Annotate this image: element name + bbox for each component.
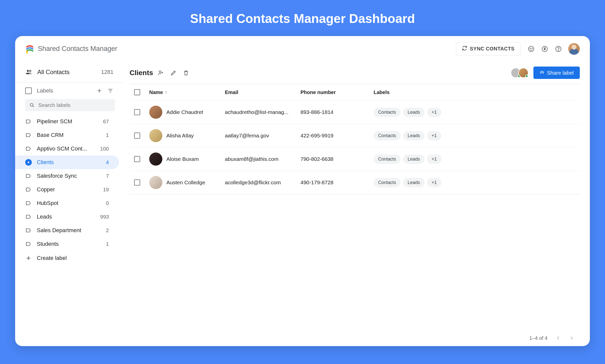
search-icon xyxy=(29,102,35,108)
label-count: 2 xyxy=(106,227,109,233)
label-name: Apptivo SCM Cont... xyxy=(37,145,95,152)
contact-email: acolledge3d@flickr.com xyxy=(225,179,300,186)
label-chip[interactable]: Contacts xyxy=(374,108,401,117)
sync-icon xyxy=(462,45,467,52)
share-button-label: Share label xyxy=(547,70,574,76)
sidebar-label-item[interactable]: Leads993 xyxy=(15,210,119,224)
row-checkbox[interactable] xyxy=(134,156,140,162)
main-panel: Clients Share label xyxy=(124,62,590,346)
column-name-header[interactable]: Name ↑ xyxy=(149,89,225,95)
label-chip[interactable]: +1 xyxy=(427,108,441,117)
all-contacts-count: 1281 xyxy=(101,69,113,75)
label-chip[interactable]: Leads xyxy=(403,155,425,164)
filter-icon[interactable] xyxy=(107,88,113,94)
label-chip[interactable]: +1 xyxy=(427,178,441,187)
label-count: 993 xyxy=(100,214,109,220)
sidebar-label-item[interactable]: Apptivo SCM Cont...100 xyxy=(15,142,119,156)
add-label-icon[interactable] xyxy=(96,88,102,94)
sidebar-label-item[interactable]: Copper19 xyxy=(15,183,119,196)
sidebar-item-all-contacts[interactable]: All Contacts 1281 xyxy=(15,64,124,81)
label-count: 67 xyxy=(103,118,109,125)
search-labels-input[interactable] xyxy=(38,102,111,108)
contact-avatar xyxy=(149,153,162,166)
dollar-icon[interactable] xyxy=(541,45,549,53)
label-chip[interactable]: Leads xyxy=(403,131,425,140)
sidebar-label-item[interactable]: Pipeliner SCM67 xyxy=(15,115,119,128)
plus-icon xyxy=(25,255,32,261)
label-chip[interactable]: Leads xyxy=(403,178,425,187)
sidebar-label-item[interactable]: Salesforce Sync7 xyxy=(15,169,119,183)
sidebar-label-item[interactable]: Clients4 xyxy=(15,156,119,169)
prev-page-button[interactable] xyxy=(555,335,561,341)
app-logo-icon xyxy=(25,44,34,53)
edit-icon[interactable] xyxy=(170,70,177,76)
help-icon[interactable] xyxy=(555,45,562,53)
table-rows: Addie Chaudretachaudretho@list-manag...8… xyxy=(130,100,580,194)
select-all-checkbox[interactable] xyxy=(134,89,140,95)
header-icons xyxy=(527,43,580,55)
table-row[interactable]: Alisha Atlayaatlay7@fema.gov422-695-9919… xyxy=(130,124,580,147)
label-name: Leads xyxy=(37,214,95,220)
svg-point-7 xyxy=(29,70,31,72)
pagination-text: 1–4 of 4 xyxy=(529,335,548,341)
column-email-header[interactable]: Email xyxy=(225,89,300,95)
table-header: Name ↑ Email Phone number Labels xyxy=(130,84,580,100)
label-count: 1 xyxy=(106,132,109,138)
label-tag-icon xyxy=(25,241,32,247)
label-tag-icon xyxy=(25,173,32,179)
brand: Shared Contacts Manager xyxy=(25,44,117,53)
label-name: HubSpot xyxy=(37,200,101,206)
sidebar-label-item[interactable]: Base CRM1 xyxy=(15,128,119,142)
label-name: Pipeliner SCM xyxy=(37,118,98,125)
row-checkbox[interactable] xyxy=(134,133,140,139)
people-icon xyxy=(25,69,32,76)
user-avatar[interactable] xyxy=(568,43,580,55)
add-contact-icon[interactable] xyxy=(158,70,164,76)
delete-icon[interactable] xyxy=(183,70,189,76)
contact-phone: 422-695-9919 xyxy=(300,133,374,139)
label-tag-icon xyxy=(25,214,32,220)
label-chip[interactable]: Contacts xyxy=(374,155,401,164)
column-phone-header[interactable]: Phone number xyxy=(300,89,374,95)
contact-email: abuxam8f@jiathis.com xyxy=(225,156,300,162)
row-checkbox[interactable] xyxy=(134,179,140,186)
column-labels-header[interactable]: Labels xyxy=(374,89,580,95)
create-label-button[interactable]: Create label xyxy=(15,251,124,265)
label-chip[interactable]: +1 xyxy=(427,131,441,140)
sidebar-label-item[interactable]: HubSpot0 xyxy=(15,196,119,210)
share-icon xyxy=(539,70,544,76)
search-labels-box[interactable] xyxy=(25,99,115,111)
emoji-icon[interactable] xyxy=(527,45,535,53)
labels-select-all-checkbox[interactable] xyxy=(25,87,32,94)
label-chip[interactable]: Leads xyxy=(403,108,425,117)
sidebar-label-item[interactable]: Sales Department2 xyxy=(15,224,119,237)
table-row[interactable]: Addie Chaudretachaudretho@list-manag...8… xyxy=(130,100,580,124)
label-tag-icon xyxy=(25,186,32,193)
label-chip[interactable]: Contacts xyxy=(374,178,401,187)
label-name: Base CRM xyxy=(37,132,101,138)
sidebar-label-item[interactable]: Students1 xyxy=(15,237,119,251)
sort-asc-icon: ↑ xyxy=(165,90,167,95)
sync-contacts-button[interactable]: SYNC CONTACTS xyxy=(456,42,520,55)
label-count: 19 xyxy=(103,187,109,193)
next-page-button[interactable] xyxy=(569,335,575,341)
shared-avatar xyxy=(518,68,528,78)
label-tag-icon xyxy=(25,118,32,125)
label-chip[interactable]: +1 xyxy=(427,155,441,164)
labels-heading: Labels xyxy=(37,87,91,94)
table-row[interactable]: Aloise Buxamabuxam8f@jiathis.com790-802-… xyxy=(130,147,580,171)
label-count: 0 xyxy=(106,200,109,206)
label-tag-icon xyxy=(25,145,32,152)
table-row[interactable]: Austen Colledgeacolledge3d@flickr.com490… xyxy=(130,171,580,194)
label-chip[interactable]: Contacts xyxy=(374,131,401,140)
column-name-label: Name xyxy=(149,89,163,95)
svg-point-1 xyxy=(530,48,530,48)
label-name: Sales Department xyxy=(37,227,101,234)
row-checkbox[interactable] xyxy=(134,109,140,115)
share-label-button[interactable]: Share label xyxy=(533,67,580,79)
all-contacts-label: All Contacts xyxy=(37,69,101,76)
share-label-icon xyxy=(25,159,32,166)
label-count: 4 xyxy=(106,159,109,165)
shared-users[interactable] xyxy=(511,68,528,78)
contact-name: Addie Chaudret xyxy=(166,109,203,115)
